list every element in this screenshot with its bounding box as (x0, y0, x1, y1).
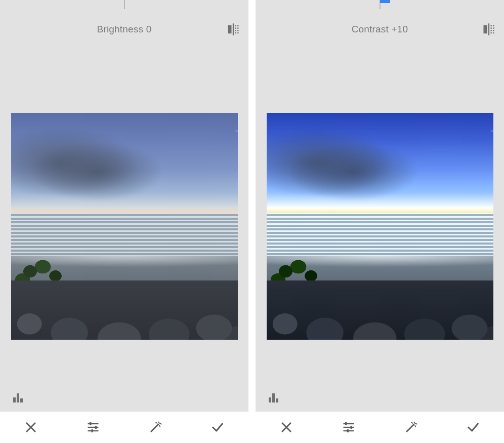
edited-photo (267, 113, 493, 340)
edited-photo (11, 113, 238, 340)
cancel-button[interactable] (278, 419, 295, 436)
value-slider[interactable] (256, 0, 504, 5)
adjust-button[interactable] (85, 419, 102, 436)
histogram-icon[interactable] (10, 391, 26, 404)
editor-panel-brightness: Brightness 0 (0, 0, 248, 443)
bottom-toolbar (0, 412, 248, 443)
bottom-toolbar (256, 412, 504, 443)
adjust-button[interactable] (340, 419, 357, 436)
adjustment-label: Brightness 0 (97, 24, 151, 35)
value-slider[interactable] (0, 0, 248, 5)
image-canvas[interactable] (0, 41, 248, 412)
histogram-icon[interactable] (266, 391, 282, 404)
adjustment-label: Contrast +10 (352, 24, 408, 35)
auto-button[interactable] (402, 419, 419, 436)
editor-top-area: Contrast +10 (256, 0, 504, 412)
editor-top-area: Brightness 0 (0, 0, 248, 412)
auto-button[interactable] (147, 419, 164, 436)
adjustment-header: Brightness 0 (0, 18, 248, 41)
image-canvas[interactable] (256, 41, 504, 412)
editor-panel-contrast: Contrast +10 (256, 0, 504, 443)
slider-center-tick (124, 0, 124, 9)
apply-button[interactable] (465, 419, 482, 436)
compare-icon[interactable] (482, 22, 496, 36)
compare-icon[interactable] (226, 22, 240, 36)
adjustment-header: Contrast +10 (256, 18, 504, 41)
slider-value-marker (380, 0, 390, 3)
apply-button[interactable] (209, 419, 226, 436)
cancel-button[interactable] (22, 419, 39, 436)
